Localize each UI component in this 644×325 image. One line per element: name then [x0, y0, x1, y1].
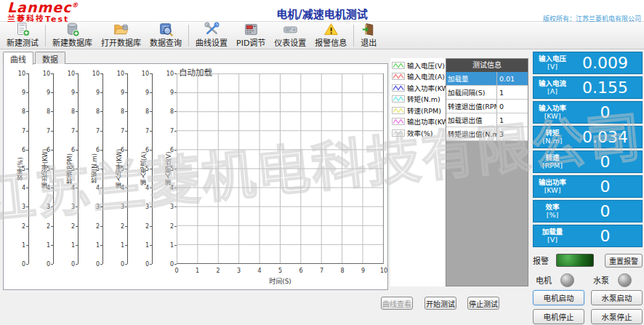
y-tick-mark: [51, 111, 53, 112]
toolbar-new-database-button[interactable]: 新建数据库: [48, 23, 97, 49]
y-tick-mark: [100, 73, 102, 74]
y-tick-mark: [51, 169, 53, 169]
measurement-tile: 输入电流[A]0.155: [533, 76, 643, 99]
toolbar-pid-adjust-button[interactable]: PID调节: [232, 23, 270, 49]
measurement-unit: [KW]: [534, 187, 571, 195]
y-tick-mark: [125, 131, 127, 132]
measurement-unit: [RPM]: [534, 162, 571, 170]
y-tick-mark: [51, 131, 53, 132]
measurement-tile: 效率[%]0: [533, 200, 643, 222]
curve-legend: 输入电压(V)输入电流(A)输入功率(KW)转矩(N.m)转速(RPM)输出功率…: [390, 58, 446, 286]
y-axis-title: 转速(RPM): [65, 73, 74, 264]
toolbar-button-label: 数据查询: [150, 39, 182, 48]
y-tick-mark: [100, 150, 102, 151]
y-tick-mark: [51, 245, 53, 246]
measurement-title: 加载量: [534, 228, 571, 236]
legend-color-swatch: [392, 62, 405, 69]
measurement-name: 输入电压[V]: [534, 55, 571, 71]
legend-item: 转速(RPM): [392, 105, 446, 116]
motor-label: 电机: [536, 274, 552, 286]
toolbar-meter-settings-button[interactable]: 仪表设置: [270, 23, 310, 49]
toolbar-new-test-button[interactable]: 新建测试: [2, 23, 43, 49]
y-axis-line: [127, 73, 128, 264]
test-info-row[interactable]: 加载间隔(S)1: [446, 86, 528, 100]
measurement-unit: [KW]: [534, 113, 571, 121]
measurement-unit: [A]: [534, 88, 571, 96]
y-tick-mark: [100, 245, 102, 246]
y-tick-mark: [150, 73, 152, 74]
curve-settings-icon: [204, 22, 220, 39]
legend-color-swatch: [392, 73, 405, 80]
measurement-unit: [%]: [534, 212, 571, 220]
pump-stop-button[interactable]: 水泵停止: [591, 309, 643, 324]
toolbar-button-label: 仪表设置: [274, 39, 306, 48]
start-test-button[interactable]: 开始测试: [424, 297, 456, 310]
y-axis-title: 效率(%): [16, 73, 25, 264]
curve-view-button[interactable]: 曲线查看: [381, 297, 413, 310]
y-tick-mark: [26, 111, 28, 112]
toolbar-button-label: 曲线设置: [196, 39, 228, 48]
test-info-row-label: 加载间隔(S): [446, 87, 496, 97]
motor-stop-button[interactable]: 电机停止: [533, 309, 584, 324]
toolbar-data-query-button[interactable]: 数据查询: [145, 23, 186, 49]
toolbar-button-label: 打开数据库: [101, 39, 141, 48]
y-tick-mark: [125, 206, 127, 207]
x-tick-label: 8: [337, 268, 348, 274]
toolbar-separator: [188, 25, 189, 47]
y-tick-mark: [51, 73, 53, 74]
y-tick-mark: [26, 245, 28, 246]
legend-color-swatch: [392, 129, 405, 137]
motor-start-button[interactable]: 电机启动: [533, 290, 584, 305]
header: Lanmec® 兰菱科技Test 电机/减速电机测试 版权所有：江苏兰菱机电有限…: [0, 0, 644, 22]
toolbar-curve-settings-button[interactable]: 曲线设置: [191, 23, 232, 49]
y-tick-mark: [76, 73, 78, 74]
reset-alarm-button[interactable]: 重置报警: [605, 254, 643, 268]
y-tick-mark: [26, 73, 28, 74]
tab-curve[interactable]: 曲线: [3, 52, 33, 65]
y-tick-mark: [125, 226, 127, 227]
y-axis-title: 输出功率(KW): [41, 73, 49, 264]
toolbar-exit-button[interactable]: 退出: [356, 23, 381, 49]
measurement-value: 0.155: [571, 79, 642, 97]
legend-label: 输入电压(V): [407, 60, 445, 71]
y-tick-mark: [174, 264, 177, 265]
measurement-title: 转矩: [534, 129, 571, 137]
y-tick-mark: [26, 169, 28, 169]
toolbar-open-database-button[interactable]: 打开数据库: [97, 23, 145, 49]
pump-start-button[interactable]: 水泵启动: [591, 290, 643, 305]
tab-data[interactable]: 数据: [35, 52, 65, 64]
x-tick-label: 10: [378, 268, 390, 274]
test-info-row[interactable]: 转速退出值(RPM)0: [446, 100, 528, 113]
y-tick-mark: [125, 73, 127, 74]
x-tick-label: 4: [254, 268, 265, 274]
measurement-value: 0.034: [571, 128, 642, 146]
test-info-row-label: 加载量: [446, 73, 496, 84]
measurement-panel: 输入电压[V]0.009输入电流[A]0.155输入功率[KW]0转矩[N.m]…: [533, 52, 643, 249]
test-info-row-value: 1: [497, 89, 528, 97]
stop-test-button[interactable]: 停止测试: [467, 297, 499, 310]
y-tick-mark: [51, 206, 53, 207]
test-info-row[interactable]: 加载量0.01: [446, 72, 528, 86]
measurement-tile: 转速[RPM]0: [533, 151, 643, 173]
legend-item: 输出功率(KW): [392, 116, 446, 128]
curve-chart-panel: 自动加载 时间(S) 012345678910效率(%)012345678910…: [3, 63, 388, 290]
test-info-row[interactable]: 加载退出值1: [446, 113, 528, 127]
y-tick-mark: [125, 245, 127, 246]
legend-color-swatch: [392, 107, 405, 114]
measurement-name: 转矩[N.m]: [534, 129, 571, 145]
y-axis-line: [102, 73, 103, 264]
y-tick-mark: [76, 150, 78, 151]
measurement-value: 0: [571, 202, 642, 220]
measurement-unit: [V]: [534, 63, 571, 71]
toolbar-button-label: PID调节: [236, 39, 265, 48]
toolbar-alarm-info-button[interactable]: 报警信息: [310, 23, 351, 49]
test-info-row[interactable]: 转矩退出值(N.m)3: [446, 127, 528, 141]
legend-item: 输入功率(KW): [392, 82, 446, 94]
y-tick-mark: [100, 131, 102, 132]
data-query-icon: [158, 22, 174, 39]
measurement-title: 效率: [534, 204, 571, 212]
y-tick-mark: [150, 264, 152, 265]
pump-label: 水泵: [593, 274, 609, 286]
new-test-icon: [15, 22, 31, 39]
measurement-title: 输入电压: [534, 55, 571, 63]
